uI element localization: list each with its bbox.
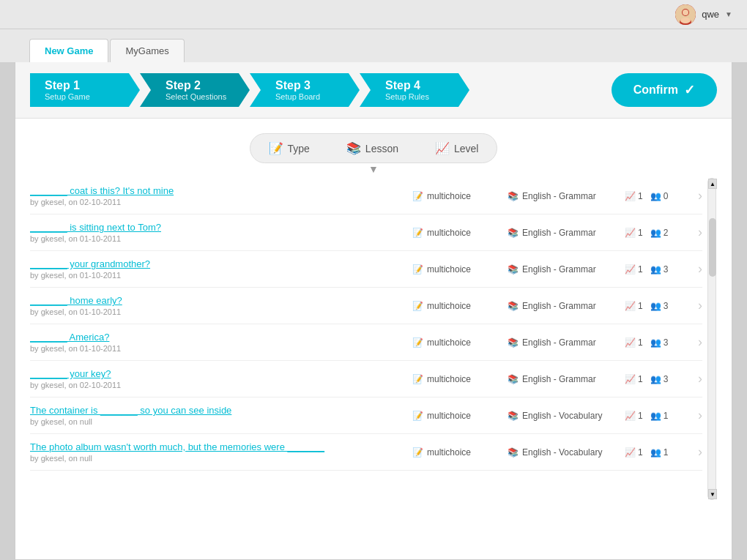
step-4[interactable]: Step 4 Setup Rules — [360, 73, 469, 107]
question-stats: 📈 1 👥 1 — [625, 411, 691, 421]
question-meta: by gkesel, on 01-10-2011 — [30, 234, 412, 243]
question-lesson: 📚 English - Grammar — [508, 301, 625, 311]
level-icon: 📈 — [435, 141, 450, 155]
row-arrow-icon: › — [698, 408, 702, 423]
level-stat-icon: 📈 — [625, 337, 636, 348]
table-row[interactable]: _______ America? by gkesel, on 01-10-201… — [30, 324, 702, 361]
level-stat-icon: 📈 — [625, 191, 636, 201]
username-label: qwe — [702, 9, 719, 20]
step-3[interactable]: Step 3 Setup Board — [250, 73, 360, 107]
question-type: 📝 multichoice — [412, 191, 508, 201]
tabs-bar: New Game MyGames — [0, 29, 747, 62]
filter-level[interactable]: 📈 Level — [424, 138, 489, 158]
row-arrow-icon: › — [698, 335, 702, 350]
content-wrapper: _______ coat is this? It's not mine by g… — [15, 178, 732, 537]
table-row[interactable]: _______ is sitting next to Tom? by gkese… — [30, 214, 702, 251]
question-stats: 📈 1 👥 3 — [625, 374, 691, 384]
question-meta: by gkesel, on null — [30, 454, 412, 463]
question-meta: by gkesel, on 01-10-2011 — [30, 307, 412, 316]
lesson-icon: 📚 — [508, 337, 519, 348]
user-dropdown-icon[interactable]: ▼ — [725, 10, 732, 18]
question-lesson: 📚 English - Vocabulary — [508, 411, 625, 421]
question-meta: by gkesel, on 01-10-2011 — [30, 344, 412, 353]
lesson-icon: 📚 — [508, 301, 519, 311]
question-type: 📝 multichoice — [412, 264, 508, 275]
question-type: 📝 multichoice — [412, 337, 508, 348]
tab-new-game[interactable]: New Game — [29, 39, 108, 62]
step-1[interactable]: Step 1 Setup Game — [30, 73, 140, 107]
question-stats: 📈 1 👥 3 — [625, 337, 691, 348]
users-stat-icon: 👥 — [650, 228, 661, 238]
question-type: 📝 multichoice — [412, 301, 508, 311]
type-icon: 📝 — [412, 447, 423, 458]
level-stat-icon: 📈 — [625, 264, 636, 275]
question-stats: 📈 1 👥 3 — [625, 301, 691, 311]
question-title[interactable]: _______ your key? — [30, 368, 412, 379]
lesson-icon: 📚 — [508, 411, 519, 421]
filter-chevron-icon: ▼ — [368, 163, 379, 175]
avatar — [675, 4, 696, 25]
steps-bar: Step 1 Setup Game Step 2 Select Question… — [15, 62, 732, 119]
question-title[interactable]: _______ is sitting next to Tom? — [30, 222, 412, 233]
confirm-button[interactable]: Confirm ✓ — [612, 73, 717, 107]
question-stats: 📈 1 👥 3 — [625, 264, 691, 275]
table-row[interactable]: _______ your grandmother? by gkesel, on … — [30, 251, 702, 288]
scrollbar-up-button[interactable]: ▲ — [708, 179, 717, 189]
type-icon: 📝 — [412, 228, 423, 238]
lesson-icon: 📚 — [508, 264, 519, 275]
table-row[interactable]: The photo album wasn't worth much, but t… — [30, 434, 702, 471]
question-type: 📝 multichoice — [412, 228, 508, 238]
row-arrow-icon: › — [698, 225, 702, 240]
scrollbar-track[interactable]: ▲ ▼ — [707, 178, 716, 500]
row-arrow-icon: › — [698, 444, 702, 460]
question-list[interactable]: _______ coat is this? It's not mine by g… — [15, 178, 732, 537]
question-lesson: 📚 English - Grammar — [508, 374, 625, 384]
type-icon: 📝 — [412, 337, 423, 348]
users-stat-icon: 👥 — [650, 337, 661, 348]
scrollbar-down-button[interactable]: ▼ — [708, 489, 717, 499]
question-type: 📝 multichoice — [412, 447, 508, 458]
type-icon: 📝 — [412, 374, 423, 384]
lesson-icon: 📚 — [346, 141, 361, 155]
filter-type[interactable]: 📝 Type — [258, 138, 321, 158]
question-title[interactable]: _______ your grandmother? — [30, 258, 412, 269]
question-title[interactable]: _______ home early? — [30, 295, 412, 306]
row-arrow-icon: › — [698, 188, 702, 204]
users-stat-icon: 👥 — [650, 301, 661, 311]
question-lesson: 📚 English - Grammar — [508, 228, 625, 238]
filter-lesson[interactable]: 📚 Lesson — [335, 138, 409, 158]
table-row[interactable]: _______ home early? by gkesel, on 01-10-… — [30, 288, 702, 324]
table-row[interactable]: _______ your key? by gkesel, on 02-10-20… — [30, 361, 702, 397]
row-arrow-icon: › — [698, 298, 702, 313]
question-type: 📝 multichoice — [412, 411, 508, 421]
question-meta: by gkesel, on 02-10-2011 — [30, 198, 412, 206]
type-icon: 📝 — [412, 301, 423, 311]
question-title[interactable]: The photo album wasn't worth much, but t… — [30, 441, 412, 452]
svg-point-3 — [683, 10, 688, 15]
level-stat-icon: 📈 — [625, 301, 636, 311]
table-row[interactable]: _______ coat is this? It's not mine by g… — [30, 178, 702, 214]
user-info: qwe ▼ — [675, 4, 732, 25]
svg-point-4 — [680, 18, 691, 23]
question-title[interactable]: The container is _______ so you can see … — [30, 405, 412, 416]
lesson-icon: 📚 — [508, 191, 519, 201]
level-stat-icon: 📈 — [625, 447, 636, 458]
top-bar: qwe ▼ — [0, 0, 747, 29]
question-title[interactable]: _______ America? — [30, 332, 412, 343]
step-2[interactable]: Step 2 Select Questions — [140, 73, 250, 107]
scrollbar-thumb[interactable] — [709, 218, 716, 277]
level-stat-icon: 📈 — [625, 411, 636, 421]
table-row[interactable]: The container is _______ so you can see … — [30, 397, 702, 434]
type-icon: 📝 — [412, 191, 423, 201]
question-stats: 📈 1 👥 1 — [625, 447, 691, 458]
row-arrow-icon: › — [698, 261, 702, 277]
question-lesson: 📚 English - Grammar — [508, 337, 625, 348]
type-icon: 📝 — [412, 411, 423, 421]
tab-my-games[interactable]: MyGames — [110, 39, 184, 62]
lesson-icon: 📚 — [508, 228, 519, 238]
question-title[interactable]: _______ coat is this? It's not mine — [30, 185, 412, 196]
users-stat-icon: 👥 — [650, 447, 661, 458]
type-icon: 📝 — [269, 141, 283, 155]
users-stat-icon: 👥 — [650, 374, 661, 384]
question-stats: 📈 1 👥 2 — [625, 228, 691, 238]
